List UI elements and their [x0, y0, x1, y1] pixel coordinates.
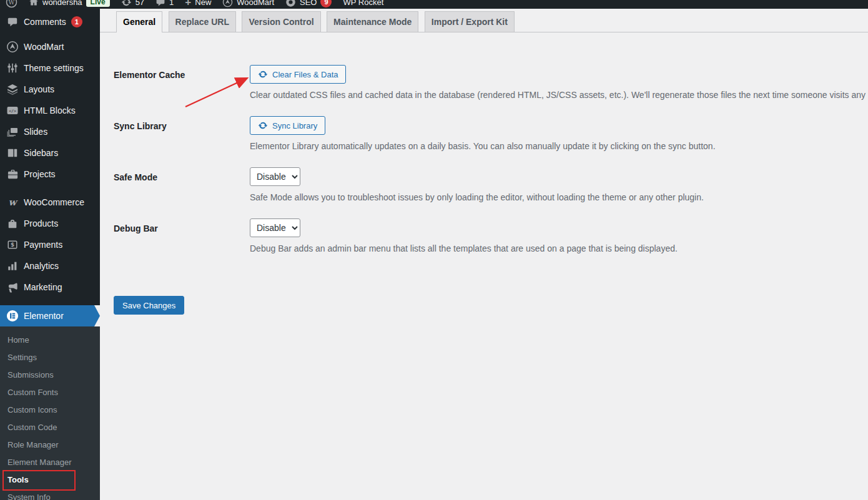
sidebar-item-theme-settings[interactable]: Theme settings — [0, 57, 100, 79]
wp-rocket-label: WP Rocket — [343, 0, 383, 7]
submenu-item-role-manager[interactable]: Role Manager — [0, 436, 100, 454]
site-name: wondersha — [42, 0, 82, 7]
admin-bar: W wondersha Live 57 1 + New — [0, 0, 868, 9]
sidebar-item-payments[interactable]: $ Payments — [0, 234, 100, 255]
sync-library-row: Sync Library Sync Library Elementor Libr… — [114, 116, 868, 151]
comments-menu[interactable]: 1 — [150, 0, 179, 7]
svg-text:w: w — [9, 197, 19, 208]
row-description: Safe Mode allows you to troubleshoot iss… — [250, 192, 868, 202]
row-description: Elementor Library automatically updates … — [250, 141, 868, 151]
tab-replace-url[interactable]: Replace URL — [169, 11, 236, 32]
comment-bubble-icon — [155, 0, 165, 7]
sliders-icon — [6, 62, 19, 74]
tools-tab-bar: General Replace URL Version Control Main… — [100, 9, 868, 32]
sidebar-item-label: Comments — [24, 17, 66, 27]
sidebar-item-label: WoodMart — [24, 42, 64, 52]
submenu-item-tools[interactable]: Tools — [0, 471, 100, 489]
wp-logo-menu[interactable]: W — [0, 0, 23, 8]
submenu-item-custom-icons[interactable]: Custom Icons — [0, 401, 100, 419]
row-description: Debug Bar adds an admin bar menu that li… — [250, 243, 868, 253]
tab-general[interactable]: General — [116, 11, 162, 32]
sidebar-item-label: Sidebars — [24, 148, 58, 158]
debug-bar-select[interactable]: Disable — [250, 218, 300, 237]
seo-label: SEO — [300, 0, 317, 7]
sidebar-item-slides[interactable]: Slides — [0, 121, 100, 142]
sidebar-item-elementor[interactable]: Elementor — [0, 305, 100, 326]
sidebar-item-label: Theme settings — [24, 63, 84, 73]
comments-icon — [6, 16, 19, 28]
slides-stack-icon — [6, 125, 19, 138]
safe-mode-row: Safe Mode Disable Safe Mode allows you t… — [114, 167, 868, 202]
sidebar-item-label: WooCommerce — [24, 197, 84, 207]
button-label: Sync Library — [272, 121, 317, 130]
sidebar-item-woodmart[interactable]: WoodMart — [0, 36, 100, 57]
updates-menu[interactable]: 57 — [116, 0, 150, 7]
submenu-item-system-info[interactable]: System Info — [0, 489, 100, 500]
clear-files-data-button[interactable]: Clear Files & Data — [250, 65, 346, 84]
sidebar-item-label: Elementor — [24, 311, 64, 321]
safe-mode-select[interactable]: Disable — [250, 167, 300, 186]
sidebar-item-label: Products — [24, 218, 58, 228]
sidebar-item-label: HTML Blocks — [24, 105, 76, 115]
tab-maintenance-mode[interactable]: Maintenance Mode — [327, 11, 418, 32]
submenu-item-submissions[interactable]: Submissions — [0, 366, 100, 384]
sidebar-item-html-blocks[interactable]: </> HTML Blocks — [0, 100, 100, 121]
submenu-item-home[interactable]: Home — [0, 331, 100, 349]
submenu-item-custom-code[interactable]: Custom Code — [0, 419, 100, 436]
row-label: Safe Mode — [114, 167, 250, 202]
new-content-menu[interactable]: + New — [179, 0, 217, 7]
seo-menu[interactable]: SEO 9 — [280, 0, 337, 7]
woodmart-admin-menu[interactable]: WoodMart — [217, 0, 280, 7]
sidebar-item-label: Analytics — [24, 261, 59, 271]
tab-import-export-kit[interactable]: Import / Export Kit — [425, 11, 515, 32]
tools-form: Elementor Cache Clear Files & Data Clear… — [114, 65, 868, 315]
megaphone-icon — [6, 281, 19, 293]
code-block-icon: </> — [6, 104, 19, 117]
sync-library-button[interactable]: Sync Library — [250, 116, 325, 135]
plus-icon: + — [185, 0, 191, 7]
main-content: General Replace URL Version Control Main… — [100, 9, 868, 500]
sidebar-item-analytics[interactable]: Analytics — [0, 255, 100, 277]
woodmart-circle-arrow-icon — [6, 41, 19, 53]
wp-rocket-menu[interactable]: WP Rocket — [337, 0, 389, 7]
tab-version-control[interactable]: Version Control — [242, 11, 320, 32]
save-changes-button[interactable]: Save Changes — [114, 296, 184, 315]
sidebar-item-label: Marketing — [24, 282, 62, 292]
comments-count-badge: 1 — [71, 16, 82, 27]
sidebar-item-products[interactable]: Products — [0, 213, 100, 234]
menu-separator — [0, 185, 100, 192]
svg-text:$: $ — [11, 242, 14, 248]
sidebar-item-woocommerce[interactable]: w WooCommerce — [0, 192, 100, 213]
sidebar-item-projects[interactable]: Projects — [0, 164, 100, 185]
submenu-item-element-manager[interactable]: Element Manager — [0, 454, 100, 471]
svg-text:W: W — [9, 0, 15, 6]
update-sync-icon — [258, 69, 268, 79]
sidebar-item-label: Projects — [24, 169, 56, 179]
admin-sidebar: Comments 1 WoodMart Theme settings Layou… — [0, 9, 100, 500]
row-description: Clear outdated CSS files and cached data… — [250, 90, 868, 100]
sidebar-item-layouts[interactable]: Layouts — [0, 79, 100, 100]
woodmart-label: WoodMart — [237, 0, 274, 7]
site-menu[interactable]: wondersha Live — [23, 0, 116, 7]
sidebar-item-label: Layouts — [24, 84, 54, 94]
sidebar-item-sidebars[interactable]: Sidebars — [0, 142, 100, 164]
row-label: Debug Bar — [114, 218, 250, 253]
submenu-item-settings[interactable]: Settings — [0, 349, 100, 366]
sidebars-columns-icon — [6, 147, 19, 159]
updates-count: 57 — [136, 0, 144, 7]
yoast-seo-icon — [285, 0, 296, 7]
sidebar-item-marketing[interactable]: Marketing — [0, 277, 100, 298]
layers-icon — [6, 83, 19, 96]
row-label: Sync Library — [114, 116, 250, 151]
wordpress-logo-icon: W — [6, 0, 17, 8]
live-badge: Live — [86, 0, 110, 7]
debug-bar-row: Debug Bar Disable Debug Bar adds an admi… — [114, 218, 868, 253]
new-label: New — [195, 0, 211, 7]
elementor-submenu: Home Settings Submissions Custom Fonts C… — [0, 326, 100, 500]
submenu-item-custom-fonts[interactable]: Custom Fonts — [0, 384, 100, 401]
elementor-cache-row: Elementor Cache Clear Files & Data Clear… — [114, 65, 868, 100]
sidebar-item-comments[interactable]: Comments 1 — [0, 11, 100, 32]
sidebar-item-label: Slides — [24, 127, 47, 137]
svg-text:</>: </> — [9, 109, 16, 114]
wordpress-admin-screen: W wondersha Live 57 1 + New — [0, 0, 868, 500]
